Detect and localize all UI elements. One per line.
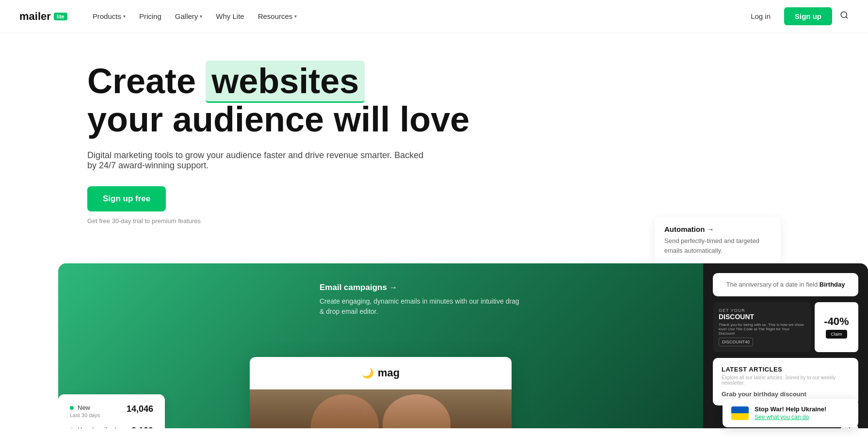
grab-discount-label[interactable]: Grab your birthday discount: [722, 390, 850, 398]
discount-get-label: GET YOUR: [719, 308, 805, 313]
anniversary-text: The anniversary of a date in field Birth…: [722, 280, 850, 290]
person-1: [311, 394, 379, 428]
nav-item-products[interactable]: Products ▾: [87, 8, 131, 24]
logo-badge: lite: [54, 13, 67, 20]
stats-unsub-count: 8,139: [131, 426, 153, 428]
hero-title-highlight: websites: [206, 61, 365, 103]
mag-people: [311, 394, 450, 428]
navbar-left: mailer lite Products ▾ Pricing Gallery ▾…: [19, 8, 303, 24]
ukraine-banner: Stop War! Help Ukraine! See what you can…: [723, 399, 858, 427]
discount-percent: -40%: [824, 315, 849, 328]
discount-code: DISCOUNT40: [719, 338, 753, 346]
discount-card-light: -40% Claim: [815, 302, 858, 352]
stats-row-new: New Last 30 days 14,046: [70, 404, 153, 418]
ukraine-flag: [731, 406, 749, 420]
discount-description: Thank you for being with us. This is how…: [719, 323, 805, 336]
email-campaigns-title[interactable]: Email campaigns →: [320, 283, 523, 292]
logo-text: mailer: [19, 10, 51, 23]
mag-image: [250, 389, 512, 428]
hero-title-pre: Create: [87, 62, 196, 100]
ukraine-link[interactable]: See what you can do: [755, 414, 826, 421]
automation-card: Automation → Send perfectly-timed and ta…: [655, 217, 781, 263]
anniversary-bold: Birthday: [820, 281, 845, 288]
anniversary-card: The anniversary of a date in field Birth…: [713, 273, 858, 296]
discount-row: GET YOUR DISCOUNT Thank you for being wi…: [713, 302, 858, 352]
stats-card: New Last 30 days 14,046 Unsubscribed Las…: [58, 394, 165, 428]
stats-new-period: Last 30 days: [70, 412, 100, 418]
nav-label-why-lite: Why Lite: [216, 12, 244, 20]
anniversary-pre: The anniversary of a date in field: [726, 281, 818, 288]
signup-button[interactable]: Sign up: [784, 7, 832, 25]
stats-unsub-info: Unsubscribed Last 30 days: [70, 426, 116, 428]
nav-item-resources[interactable]: Resources ▾: [252, 8, 303, 24]
automation-title[interactable]: Automation →: [664, 225, 771, 233]
hero-title-post: your audience will love: [87, 100, 469, 139]
logo[interactable]: mailer lite: [19, 10, 67, 23]
nav-links: Products ▾ Pricing Gallery ▾ Why Lite Re…: [87, 8, 303, 24]
mag-header: 🌙 mag: [250, 357, 512, 389]
nav-item-why-lite[interactable]: Why Lite: [210, 8, 250, 24]
chevron-down-icon-gallery: ▾: [200, 14, 202, 19]
stats-new-count: 14,046: [127, 404, 153, 414]
hero-title: Create websites your audience will love: [87, 62, 781, 139]
automation-description: Send perfectly-timed and targeted emails…: [664, 236, 771, 255]
nav-item-gallery[interactable]: Gallery ▾: [169, 8, 209, 24]
dot-new: [70, 406, 74, 410]
nav-label-products: Products: [93, 12, 121, 20]
dot-unsub: [70, 428, 74, 429]
mag-name: mag: [378, 367, 400, 379]
chevron-down-icon: ▾: [123, 14, 126, 19]
nav-item-pricing[interactable]: Pricing: [133, 8, 167, 24]
discount-your-label: DISCOUNT: [719, 313, 805, 321]
flag-yellow: [731, 413, 749, 420]
trial-text: Get free 30-day trial to premium feature…: [87, 217, 201, 225]
ukraine-title: Stop War! Help Ukraine!: [755, 405, 826, 413]
svg-line-1: [846, 16, 847, 18]
navbar-right: Log in Sign up: [745, 7, 849, 25]
stats-new-info: New Last 30 days: [70, 404, 100, 418]
person-2: [383, 394, 450, 428]
stats-new-label: New: [78, 404, 90, 411]
hero: Create websites your audience will love …: [0, 33, 868, 244]
navbar: mailer lite Products ▾ Pricing Gallery ▾…: [0, 0, 868, 33]
search-icon[interactable]: [840, 11, 849, 22]
flag-blue: [731, 406, 749, 413]
nav-label-gallery: Gallery: [175, 12, 198, 20]
stats-row-unsub: Unsubscribed Last 30 days 8,139: [70, 426, 153, 428]
signup-free-button[interactable]: Sign up free: [87, 186, 166, 211]
login-button[interactable]: Log in: [745, 8, 776, 24]
latest-description: Explore all our latest articles. Joined …: [722, 375, 850, 386]
claim-button[interactable]: Claim: [826, 330, 847, 339]
nav-label-pricing: Pricing: [139, 12, 161, 20]
hero-subtitle: Digital marketing tools to grow your aud…: [87, 150, 427, 171]
nav-label-resources: Resources: [258, 12, 293, 20]
ukraine-content: Stop War! Help Ukraine! See what you can…: [755, 405, 826, 421]
email-campaigns-description: Create engaging, dynamic emails in minut…: [320, 296, 523, 317]
stats-unsub-label: Unsubscribed: [78, 426, 116, 428]
hero-section: Create websites your audience will love …: [0, 33, 868, 428]
chevron-down-icon-resources: ▾: [294, 14, 297, 19]
discount-card-dark: GET YOUR DISCOUNT Thank you for being wi…: [713, 302, 811, 352]
green-area: Email campaigns → Create engaging, dynam…: [58, 263, 703, 428]
mag-icon: 🌙: [362, 367, 374, 379]
latest-title: LATEST ARTICLES: [722, 366, 850, 373]
mag-preview: 🌙 mag: [250, 357, 512, 428]
email-campaigns-card: Email campaigns → Create engaging, dynam…: [320, 283, 523, 317]
